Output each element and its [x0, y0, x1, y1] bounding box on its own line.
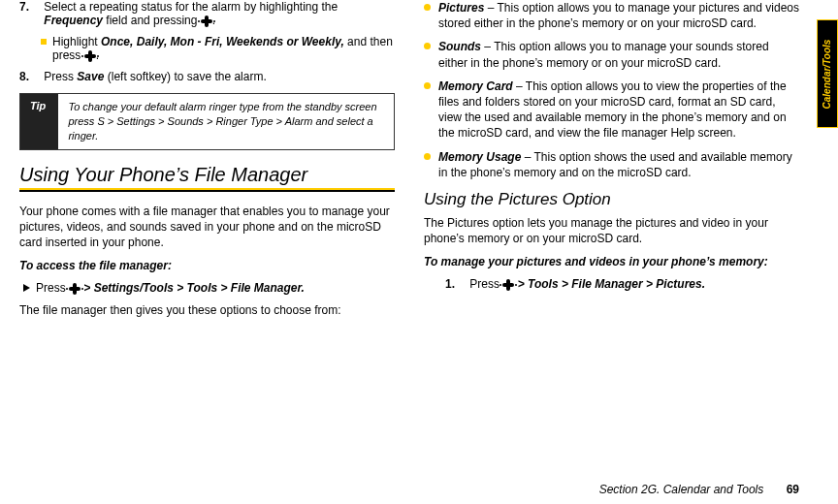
text: Press: [469, 277, 502, 291]
side-tab: Calendar/Tools: [817, 19, 838, 128]
text: field and pressing: [103, 14, 201, 27]
page-footer: Section 2G. Calendar and Tools 69: [0, 483, 799, 496]
feature-title: Memory Usage: [438, 150, 521, 164]
save-softkey-label: Save: [77, 70, 104, 83]
footer-page-number: 69: [787, 483, 799, 496]
feature-title: Memory Card: [438, 79, 513, 93]
nav-key-icon: [84, 50, 96, 62]
feature-body: Pictures – This option allows you to man…: [438, 0, 799, 31]
text: Highlight: [52, 35, 101, 48]
sub-body: Highlight Once, Daily, Mon - Fri, Weeken…: [52, 35, 395, 62]
nav-key-icon: [69, 283, 81, 295]
text: – This option allows you to manage your …: [438, 1, 799, 30]
feature-pictures: Pictures – This option allows you to man…: [424, 0, 799, 31]
menu-path: > Tools > File Manager > Pictures.: [514, 277, 705, 291]
text: Select a repeating status for the alarm …: [44, 0, 338, 14]
feature-title: Sounds: [438, 40, 481, 53]
footer-section: Section 2G. Calendar and Tools: [599, 483, 764, 496]
frequency-options: Once, Daily, Mon - Fri, Weekends or Week…: [101, 35, 344, 48]
text: Press: [36, 281, 69, 295]
feature-body: Memory Card – This option allows you to …: [438, 79, 799, 142]
feature-sounds: Sounds – This option allows you to manag…: [424, 39, 799, 70]
nav-key-icon: [502, 279, 514, 291]
step-body: Press Save (left softkey) to save the al…: [44, 70, 394, 83]
step-number: 8.: [19, 70, 41, 83]
circle-bullet-icon: [424, 4, 431, 11]
procedure-lead: To access the file manager:: [19, 258, 395, 273]
paragraph: The file manager then gives you these op…: [19, 302, 395, 318]
tip-label: Tip: [20, 94, 58, 149]
procedure-step: Press > Settings/Tools > Tools > File Ma…: [23, 281, 395, 295]
heading-file-manager: Using Your Phone’s File Manager: [19, 164, 395, 186]
step-number: 1.: [445, 277, 467, 291]
square-bullet-icon: [41, 39, 47, 45]
step-7-sub: Highlight Once, Daily, Mon - Fri, Weeken…: [41, 35, 395, 62]
circle-bullet-icon: [424, 82, 431, 89]
paragraph: The Pictures option lets you manage the …: [424, 215, 799, 246]
step-7: 7. Select a repeating status for the ala…: [19, 0, 395, 27]
feature-body: Memory Usage – This option shows the use…: [438, 149, 799, 180]
feature-memory-usage: Memory Usage – This option shows the use…: [424, 149, 799, 180]
tip-callout: Tip To change your default alarm ringer …: [19, 93, 395, 150]
paragraph: Your phone comes with a file manager tha…: [19, 204, 395, 251]
triangle-bullet-icon: [23, 284, 30, 292]
right-column: Pictures – This option allows you to man…: [424, 0, 799, 456]
left-column: 7. Select a repeating status for the ala…: [19, 0, 395, 456]
heading-pictures-option: Using the Pictures Option: [424, 190, 799, 209]
feature-memory-card: Memory Card – This option allows you to …: [424, 79, 799, 142]
feature-title: Pictures: [438, 1, 484, 15]
step-body: Press > Settings/Tools > Tools > File Ma…: [36, 281, 305, 295]
procedure-lead: To manage your pictures and videos in yo…: [424, 254, 799, 269]
step-1: 1. Press > Tools > File Manager > Pictur…: [445, 277, 799, 291]
frequency-field-label: Frequency: [44, 14, 103, 27]
heading-rule: [19, 188, 395, 192]
text: – This option allows you to manage your …: [438, 40, 769, 69]
circle-bullet-icon: [424, 153, 431, 160]
menu-path: > Settings/Tools > Tools > File Manager.: [81, 281, 305, 295]
step-number: 7.: [19, 0, 41, 14]
circle-bullet-icon: [424, 43, 431, 49]
page-columns: 7. Select a repeating status for the ala…: [0, 0, 838, 456]
feature-body: Sounds – This option allows you to manag…: [438, 39, 799, 70]
tip-body: To change your default alarm ringer type…: [58, 94, 394, 149]
text: (left softkey) to save the alarm.: [104, 70, 266, 83]
side-tab-label: Calendar/Tools: [822, 39, 833, 109]
text: Press: [44, 70, 77, 83]
step-8: 8. Press Save (left softkey) to save the…: [19, 70, 395, 83]
step-body: Select a repeating status for the alarm …: [44, 0, 394, 27]
step-body: Press > Tools > File Manager > Pictures.: [469, 277, 798, 291]
nav-key-icon: [201, 16, 212, 27]
